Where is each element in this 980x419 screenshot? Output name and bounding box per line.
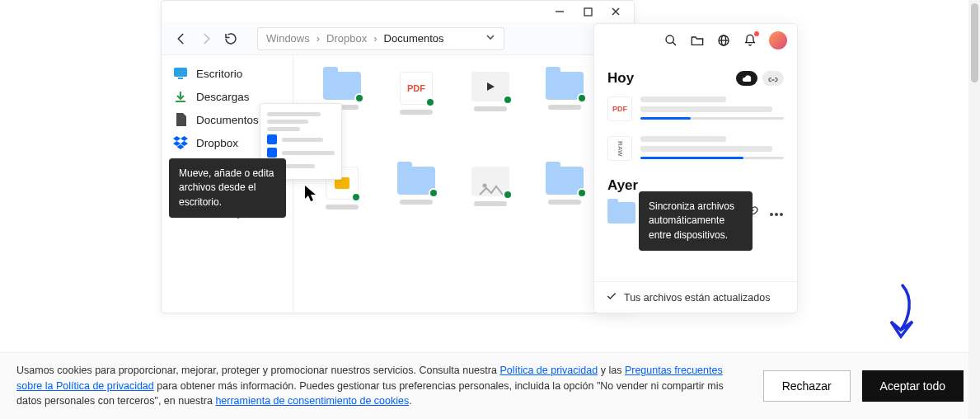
- privacy-policy-link[interactable]: Política de privacidad: [499, 365, 598, 376]
- tooltip-explorer: Mueve, añade o edita archivos desde el e…: [169, 158, 286, 218]
- sync-item[interactable]: RAW: [607, 136, 784, 161]
- close-icon[interactable]: [611, 7, 621, 16]
- folder-icon[interactable]: [690, 33, 705, 48]
- breadcrumb[interactable]: Windows › Dropbox › Documentos: [257, 27, 504, 50]
- cursor-icon: [305, 186, 318, 205]
- breadcrumb-current: Documentos: [384, 32, 444, 45]
- window-titlebar: [162, 1, 634, 22]
- file-explorer-window: Windows › Dropbox › Documentos Escritori…: [161, 0, 635, 313]
- svg-point-10: [666, 35, 673, 43]
- document-icon: [173, 112, 188, 127]
- dropbox-icon: [267, 134, 277, 144]
- section-title-today: Hoy: [607, 70, 634, 87]
- dropbox-icon: [267, 148, 277, 158]
- cookie-text: Usamos cookies para proporcionar, mejora…: [16, 363, 742, 409]
- globe-icon[interactable]: [716, 33, 731, 48]
- scrollbar-thumb[interactable]: [971, 3, 978, 82]
- tooltip-sync: Sincroniza archivos automáticamente entr…: [639, 191, 753, 251]
- sidebar-item-label: Documentos: [196, 114, 259, 126]
- sidebar-item-desktop[interactable]: Escritorio: [162, 62, 293, 85]
- sync-badge-icon: [425, 97, 435, 107]
- cookie-banner: Usamos cookies para proporcionar, mejora…: [0, 352, 980, 419]
- accept-all-button[interactable]: Aceptar todo: [862, 370, 964, 402]
- svg-line-11: [673, 42, 676, 45]
- dropbox-sync-panel: Hoy PDF RAW: [593, 23, 798, 313]
- pdf-file-item[interactable]: PDF: [387, 72, 445, 134]
- section-title-yesterday: Ayer: [607, 177, 638, 194]
- back-icon[interactable]: [173, 31, 190, 47]
- chevron-right-icon: ›: [317, 32, 320, 45]
- scrollbar-track[interactable]: [968, 0, 980, 419]
- folder-item[interactable]: [536, 167, 593, 228]
- cloud-icon[interactable]: [736, 71, 757, 86]
- folder-item[interactable]: [387, 167, 445, 228]
- svg-point-9: [483, 184, 487, 188]
- pdf-thumbnail: PDF: [607, 97, 632, 121]
- sync-panel-header: [594, 24, 797, 57]
- sync-badge-icon: [351, 192, 361, 202]
- progress-bar: [640, 117, 784, 120]
- reject-button[interactable]: Rechazar: [763, 370, 851, 402]
- sync-badge-icon: [577, 93, 587, 103]
- annotation-arrow-icon: [886, 282, 919, 348]
- chevron-down-icon[interactable]: [485, 32, 495, 45]
- video-file-item[interactable]: [462, 72, 519, 134]
- sidebar-item-label: Descargas: [196, 91, 250, 103]
- notification-icon[interactable]: [743, 33, 757, 48]
- sidebar-item-label: Escritorio: [196, 68, 242, 80]
- progress-bar: [640, 157, 784, 159]
- maximize-icon[interactable]: [583, 7, 593, 16]
- more-icon[interactable]: [769, 205, 784, 220]
- pdf-label: PDF: [407, 83, 425, 93]
- sidebar-item-label: Dropbox: [196, 137, 238, 149]
- sync-badge-icon: [577, 188, 587, 198]
- search-icon[interactable]: [663, 33, 678, 48]
- svg-point-16: [775, 213, 778, 216]
- chevron-right-icon: ›: [373, 32, 377, 45]
- navigation-toolbar: Windows › Dropbox › Documentos: [162, 22, 634, 55]
- sync-status-footer: Tus archivos están actualizados: [594, 281, 797, 313]
- folder-icon: [607, 202, 635, 224]
- svg-point-15: [770, 213, 773, 216]
- raw-thumbnail: RAW: [607, 136, 632, 161]
- view-toggle[interactable]: [736, 71, 784, 86]
- check-icon: [606, 290, 617, 304]
- sync-item[interactable]: PDF: [607, 97, 784, 121]
- sync-badge-icon: [354, 93, 364, 103]
- link-icon[interactable]: [762, 71, 784, 86]
- svg-rect-4: [174, 68, 187, 77]
- tooltip-text: Mueve, añade o edita archivos desde el e…: [179, 167, 274, 208]
- forward-icon[interactable]: [198, 31, 214, 47]
- svg-rect-5: [178, 78, 183, 79]
- breadcrumb-part: Dropbox: [326, 32, 367, 45]
- breadcrumb-part: Windows: [266, 32, 310, 45]
- sync-status-text: Tus archivos están actualizados: [624, 292, 770, 304]
- sync-badge-icon: [503, 95, 513, 105]
- sync-badge-icon: [503, 190, 513, 200]
- folder-item[interactable]: [536, 72, 593, 134]
- svg-marker-8: [487, 82, 495, 91]
- refresh-icon[interactable]: [223, 31, 239, 47]
- svg-point-17: [780, 213, 783, 216]
- file-grid-area: PDF: [293, 55, 634, 313]
- dropbox-icon: [173, 135, 188, 150]
- sync-badge-icon: [429, 188, 438, 198]
- minimize-icon[interactable]: [555, 7, 565, 16]
- svg-rect-1: [584, 8, 592, 16]
- download-icon: [173, 89, 188, 104]
- desktop-icon: [173, 66, 188, 81]
- cookie-consent-tool-link[interactable]: herramienta de consentimiento de cookies: [215, 395, 409, 407]
- tooltip-text: Sincroniza archivos automáticamente entr…: [649, 200, 734, 241]
- image-file-item[interactable]: [462, 167, 519, 228]
- avatar[interactable]: [769, 31, 787, 49]
